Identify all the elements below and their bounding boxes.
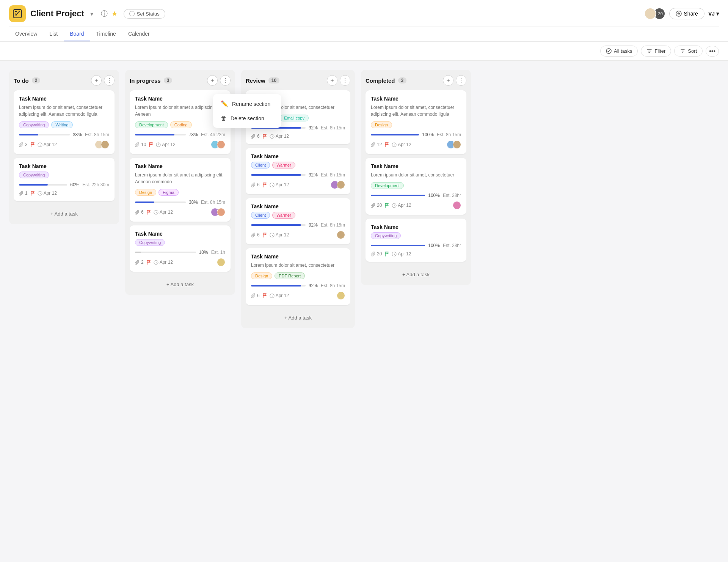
rename-section-item[interactable]: ✏️ Rename section	[215, 96, 279, 111]
tags: Design	[371, 121, 461, 128]
task-card[interactable]: Task Name Copywriting 100% Est. 28hr 20	[366, 219, 466, 262]
flag-indicator	[263, 134, 267, 139]
progress-bar-wrap	[371, 195, 425, 196]
column-menu-button[interactable]: ⋮	[220, 75, 231, 86]
footer-left: 20 Apr 12	[371, 203, 451, 208]
chevron-icon[interactable]: ▾	[90, 10, 93, 17]
clock-icon	[270, 183, 275, 187]
sort-label: Sort	[688, 48, 697, 54]
progress-percent: 92%	[309, 125, 318, 131]
tag: Development	[371, 182, 404, 189]
progress-bar-wrap	[371, 134, 419, 135]
attachments-count: 6	[251, 134, 260, 139]
card-desc: Lorem ipsum dolor sit amet, consectetuer	[371, 172, 461, 178]
filter-button[interactable]: Filter	[641, 46, 671, 57]
progress-row: 100% Est. 8h 15m	[371, 132, 461, 137]
flag-icon	[263, 293, 267, 298]
task-card[interactable]: Task Name Lorem ipsum dolor sit amet, co…	[366, 90, 466, 154]
add-task-button[interactable]: + Add a task	[246, 313, 350, 323]
attachments-count: 2	[135, 260, 144, 265]
avatar	[337, 231, 345, 239]
flag-indicator	[263, 183, 267, 187]
footer-left: 1 Apr 12	[19, 190, 105, 196]
task-card[interactable]: Task Name Copywriting 10% Est. 1h 2	[130, 225, 231, 272]
column-actions: + ⋮	[443, 75, 466, 86]
set-status-button[interactable]: Set Status	[124, 9, 165, 19]
task-card[interactable]: Task Name Lorem ipsum dolor sit amet, co…	[246, 248, 350, 305]
delete-section-item[interactable]: 🗑 Delete section	[215, 111, 279, 126]
footer-left: 10 Apr 12	[135, 142, 209, 147]
tab-board[interactable]: Board	[64, 27, 90, 41]
due-date: Apr 12	[392, 142, 411, 147]
card-footer: 6 Apr 12	[251, 181, 345, 189]
column-completed: Completed 3 + ⋮ Task Name Lorem ipsum do…	[361, 70, 471, 285]
add-card-button[interactable]: +	[207, 75, 218, 86]
share-label: Share	[684, 11, 698, 17]
avatar	[453, 140, 461, 149]
paperclip-icon	[19, 191, 24, 196]
progress-percent: 100%	[422, 132, 434, 137]
card-avatars	[333, 181, 345, 189]
all-tasks-button[interactable]: All tasks	[600, 46, 638, 57]
add-task-button[interactable]: + Add a task	[366, 269, 466, 280]
progress-estimate: Est. 8h 15m	[321, 283, 345, 288]
clock-icon	[270, 293, 275, 298]
task-card[interactable]: Task Name ClientWarmer 92% Est. 8h 15m 6	[246, 198, 350, 244]
sort-button[interactable]: Sort	[674, 46, 703, 57]
card-title: Task Name	[135, 231, 225, 237]
star-button[interactable]: ★	[111, 9, 118, 18]
card-avatars	[455, 201, 461, 209]
footer-left: 2 Apr 12	[135, 260, 215, 265]
share-button[interactable]: Share	[669, 8, 704, 19]
progress-row: 78% Est. 4h 22m	[135, 132, 225, 137]
add-card-button[interactable]: +	[91, 75, 102, 86]
due-date: Apr 12	[270, 293, 289, 298]
progress-bar-wrap	[135, 134, 186, 135]
flag-indicator	[385, 252, 389, 257]
flag-icon	[31, 142, 35, 147]
avatar-group: +20	[644, 8, 665, 20]
progress-percent: 78%	[189, 132, 198, 137]
card-avatars	[339, 291, 345, 300]
clock-icon	[154, 260, 158, 265]
user-menu[interactable]: VJ ▾	[708, 11, 719, 17]
card-footer: 3 Apr 12	[19, 140, 109, 149]
clock-icon	[38, 191, 42, 196]
due-date: Apr 12	[270, 134, 289, 139]
paperclip-icon	[371, 203, 376, 208]
card-footer: 20 Apr 12	[371, 201, 461, 209]
footer-left: 6 Apr 12	[135, 209, 209, 215]
avatar	[101, 140, 109, 149]
flag-icon	[149, 142, 153, 147]
add-task-button[interactable]: + Add a task	[14, 209, 115, 219]
avatar	[453, 201, 461, 209]
add-card-button[interactable]: +	[443, 75, 453, 86]
task-card[interactable]: Task Name Copywriting 60% Est. 22h 30m 1	[14, 158, 115, 201]
column-content-todo: Task Name Lorem ipsum dolor sit amet, co…	[14, 90, 115, 205]
task-card[interactable]: Task Name Lorem ipsum dolor sit amet, co…	[366, 158, 466, 215]
tag: Copywriting	[371, 232, 401, 239]
tag: Copywriting	[135, 239, 165, 246]
tags: DesignFigma	[135, 189, 225, 196]
task-card[interactable]: Task Name Lorem ipsum dolor sit amet, co…	[14, 90, 115, 154]
column-menu-button[interactable]: ⋮	[104, 75, 115, 86]
attachments-count: 20	[371, 203, 382, 208]
column-menu-button[interactable]: ⋮	[456, 75, 466, 86]
task-card[interactable]: Task Name Lorem ipsum dolor sit amet a a…	[130, 158, 231, 222]
tab-overview[interactable]: Overview	[9, 27, 43, 41]
info-button[interactable]: ⓘ	[101, 9, 108, 18]
progress-percent: 10%	[199, 250, 208, 255]
tab-list[interactable]: List	[43, 27, 64, 41]
tab-calender[interactable]: Calender	[122, 27, 156, 41]
more-options-button[interactable]: •••	[706, 46, 719, 57]
paperclip-icon	[371, 142, 376, 147]
paperclip-icon	[251, 293, 256, 298]
add-task-button[interactable]: + Add a task	[130, 279, 231, 290]
tab-timeline[interactable]: Timeline	[90, 27, 122, 41]
add-card-button[interactable]: +	[327, 75, 337, 86]
column-header-review: Review 10 + ⋮	[246, 75, 350, 86]
status-circle-icon	[129, 11, 135, 16]
tag: PDF Report	[275, 272, 305, 279]
task-card[interactable]: Task Name ClientWarmer 92% Est. 8h 15m 6	[246, 148, 350, 194]
column-menu-button[interactable]: ⋮	[340, 75, 350, 86]
